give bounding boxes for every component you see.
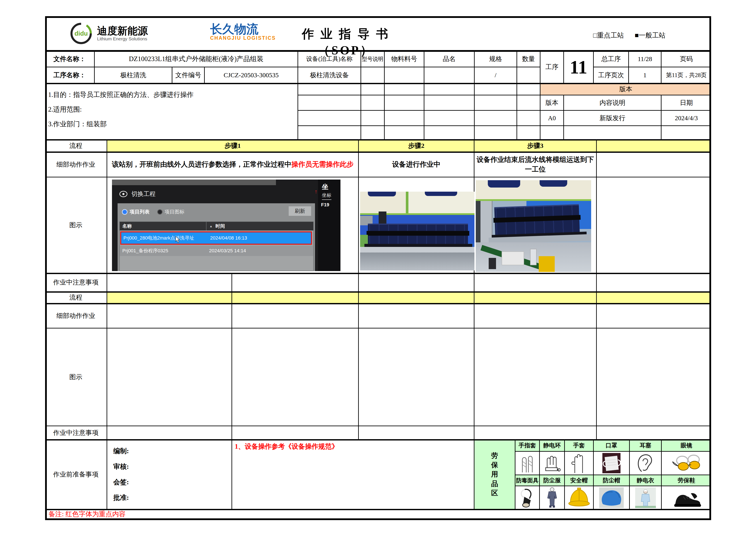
white-post	[530, 249, 537, 265]
empty-cell	[475, 111, 517, 126]
page-number-value: 第11页，共28页	[662, 67, 711, 84]
dialog-title: 切换工程	[131, 190, 155, 198]
ppe-icon-cell	[540, 486, 565, 510]
panel-window-right	[425, 192, 457, 196]
dark-clamp	[489, 258, 496, 269]
prep-label: 作业前准备事项	[45, 440, 107, 510]
empty-cell	[107, 426, 232, 440]
version-row-desc: 新版发行	[564, 111, 662, 126]
refresh-button: 刷新	[289, 206, 311, 216]
flow-label-2: 流程	[45, 292, 107, 304]
safety-shoes-icon	[670, 487, 703, 508]
empty-cell	[474, 273, 597, 292]
empty-cell	[385, 67, 424, 84]
doc-number-label: 文件编号	[173, 67, 205, 84]
ppe-label-dust-cap: 防尘帽	[594, 475, 630, 486]
ppe-icon-cell	[662, 452, 711, 475]
ppe-label-finger-cots: 手指套	[515, 440, 540, 452]
empty-cell	[474, 426, 597, 440]
ppe-label-mask: 口罩	[594, 440, 630, 452]
empty-cell	[424, 126, 475, 140]
radio-icon-label: 项目图标	[165, 209, 184, 215]
ppe-label-glasses: 眼镜	[662, 440, 711, 452]
column-divider	[206, 222, 206, 231]
screen-side-panel: 坐 坐标 F19 ↑	[318, 180, 340, 271]
spec-value: /	[475, 67, 517, 84]
esd-coat-icon	[635, 487, 656, 508]
ppe-label-safety-shoes: 劳保鞋	[662, 475, 711, 486]
screen-bezel	[112, 180, 276, 185]
ppe-label-earplug: 耳塞	[630, 440, 662, 452]
divider	[45, 303, 711, 304]
empty-cell	[361, 126, 385, 140]
finger-cots-icon	[518, 453, 537, 473]
panel-window-2	[540, 180, 567, 187]
empty-cell	[361, 96, 385, 111]
ppe-label-respirator: 防毒面具	[515, 475, 540, 486]
ppe-icon-cell	[594, 486, 630, 510]
empty-step-cell	[359, 292, 474, 304]
panel-window-left	[368, 192, 396, 196]
empty-cell	[359, 328, 474, 426]
step1-detail-red: 操作员无需操作此步	[291, 160, 354, 169]
detail-label-1: 细部动作作业	[45, 152, 107, 177]
ppe-area-label: 劳保用品区	[474, 440, 515, 510]
station-key-checkbox: □重点工站	[593, 31, 624, 40]
empty-cell	[298, 96, 361, 111]
empty-cell	[597, 304, 711, 328]
project-row1-name: Prj000_280电池2mark点清洗寻址	[123, 235, 194, 241]
empty-cell	[107, 273, 232, 292]
respirator-icon	[518, 487, 537, 508]
radio-list-label: 项目列表	[130, 209, 149, 215]
empty-cell	[424, 111, 475, 126]
empty-cell	[597, 152, 711, 177]
detail-label-2: 细部动作作业	[45, 304, 107, 328]
step3-header: 步骤3	[474, 140, 597, 152]
empty-cell	[475, 84, 517, 96]
col-spec-label: 规格	[475, 51, 517, 67]
total-process-value: 11/28	[629, 51, 662, 67]
module-strap	[366, 231, 469, 236]
empty-cell	[475, 96, 517, 111]
caution-label-2: 作业中注意事项	[45, 426, 107, 440]
empty-cell	[385, 84, 424, 96]
purpose-line1: 1.目的：指导员工按照正确的方法、步骤进行操作	[48, 87, 194, 102]
ppe-area-vertical-text: 劳保用品区	[490, 451, 499, 498]
empty-cell	[232, 328, 359, 426]
version-row-date: 2024/4/3	[662, 111, 711, 126]
empty-cell	[597, 426, 711, 440]
empty-cell	[474, 304, 597, 328]
divider	[45, 83, 711, 84]
empty-cell	[517, 67, 540, 84]
mask-icon	[599, 453, 624, 474]
empty-cell	[564, 126, 662, 140]
process-label: 工序	[540, 51, 564, 84]
step1-detail-black: 该站别，开班前由线外人员进行参数选择，正常作业过程中	[112, 160, 291, 169]
diagram-label-2: 图示	[45, 328, 107, 426]
empty-cell	[475, 126, 517, 140]
dust-cap-icon	[597, 487, 626, 508]
page-number-label: 页码	[662, 51, 711, 67]
mouse-cursor-icon	[175, 236, 180, 243]
divider	[45, 509, 711, 510]
empty-cell	[361, 67, 385, 84]
project-eye-icon	[119, 190, 127, 198]
ppe-icon-cell	[565, 452, 594, 475]
empty-cell	[385, 111, 424, 126]
empty-step-cell	[107, 292, 232, 304]
logo1-name: 迪度新能源	[97, 25, 148, 36]
ppe-icon-cell	[630, 486, 662, 510]
empty-cell	[385, 126, 424, 140]
project-row2-time: 2024/03/25 14:14	[209, 248, 246, 254]
empty-step-cell	[597, 292, 711, 304]
signature-cell: 编制: 审核: 会签: 批准:	[107, 440, 232, 510]
station-type: □重点工站 ■一般工站	[593, 31, 714, 40]
col-product-label: 品名	[424, 51, 475, 67]
company-logo-didu: didu 迪度新能源 Lithium Energy Solutions	[70, 22, 148, 45]
ppe-icon-cell	[594, 452, 630, 475]
purpose-line2: 2.适用范围:	[48, 102, 194, 117]
empty-cell	[298, 84, 361, 96]
sort-asc-icon: ▲	[209, 224, 212, 228]
total-process-label: 总工序	[594, 51, 629, 67]
conveyor-edge	[360, 247, 474, 252]
